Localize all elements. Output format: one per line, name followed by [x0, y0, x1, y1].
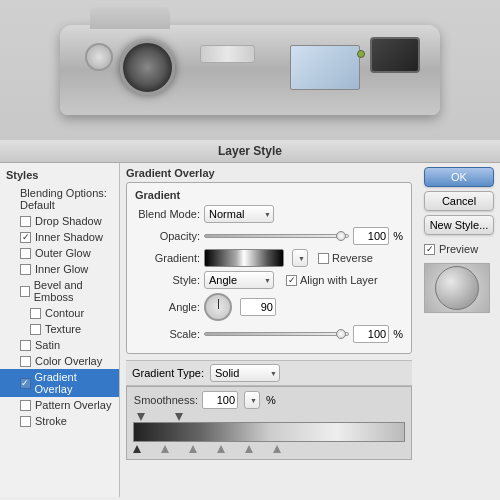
style-item-stroke[interactable]: Stroke: [0, 413, 119, 429]
cancel-button[interactable]: Cancel: [424, 191, 494, 211]
color-stop-6[interactable]: [273, 445, 281, 453]
right-buttons: OK Cancel New Style... Preview: [424, 167, 494, 313]
color-stop-3[interactable]: [189, 445, 197, 453]
blend-mode-select[interactable]: Normal: [204, 205, 274, 223]
preview-checkbox[interactable]: [424, 244, 435, 255]
gradient-subsection-title: Gradient: [135, 189, 403, 201]
blend-mode-label: Blend Mode:: [135, 208, 200, 220]
camera-body: [60, 25, 440, 115]
align-checkbox[interactable]: [286, 275, 297, 286]
gradient-editor: Smoothness: %: [126, 386, 412, 460]
new-style-button[interactable]: New Style...: [424, 215, 494, 235]
style-item-gradient-overlay[interactable]: ✓ Gradient Overlay: [0, 369, 119, 397]
gradient-dropdown[interactable]: [292, 249, 308, 267]
stroke-checkbox[interactable]: [20, 416, 31, 427]
style-select[interactable]: Angle Linear Radial Reflected Diamond: [204, 271, 274, 289]
style-item-label: Texture: [45, 323, 81, 335]
outer-glow-checkbox[interactable]: [20, 248, 31, 259]
pattern-overlay-checkbox[interactable]: [20, 400, 31, 411]
texture-checkbox[interactable]: [30, 324, 41, 335]
preview-box: [424, 263, 490, 313]
style-item-drop-shadow[interactable]: Drop Shadow: [0, 213, 119, 229]
camera-image-area: [0, 0, 500, 140]
reverse-label: Reverse: [332, 252, 373, 264]
blend-mode-select-wrapper[interactable]: Normal: [204, 205, 274, 223]
style-item-label: Pattern Overlay: [35, 399, 111, 411]
contour-checkbox[interactable]: [30, 308, 41, 319]
color-stop-4[interactable]: [217, 445, 225, 453]
style-row: Style: Angle Linear Radial Reflected Dia…: [135, 271, 403, 289]
opacity-input[interactable]: [353, 227, 389, 245]
style-item-label: Color Overlay: [35, 355, 102, 367]
style-select-wrapper[interactable]: Angle Linear Radial Reflected Diamond: [204, 271, 274, 289]
style-item-pattern-overlay[interactable]: Pattern Overlay: [0, 397, 119, 413]
smoothness-label: Smoothness:: [133, 394, 198, 406]
camera-dial: [85, 43, 113, 71]
gradient-select[interactable]: [292, 249, 308, 267]
color-stops-row: [133, 443, 405, 455]
gradient-type-select-wrapper[interactable]: Solid Noise: [210, 364, 280, 382]
preview-row: Preview: [424, 239, 494, 259]
style-item-inner-shadow[interactable]: ✓ Inner Shadow: [0, 229, 119, 245]
align-row: Align with Layer: [286, 274, 378, 286]
style-item-label: Inner Shadow: [35, 231, 103, 243]
section-title: Gradient Overlay: [126, 167, 412, 179]
layer-style-dialog: Layer Style Styles Blending Options: Def…: [0, 140, 500, 500]
opacity-stop-right[interactable]: [175, 413, 183, 421]
drop-shadow-checkbox[interactable]: [20, 216, 31, 227]
style-item-satin[interactable]: Satin: [0, 337, 119, 353]
camera-screen: [290, 45, 360, 90]
satin-checkbox[interactable]: [20, 340, 31, 351]
style-item-contour[interactable]: Contour: [0, 305, 119, 321]
style-item-color-overlay[interactable]: Color Overlay: [0, 353, 119, 369]
opacity-stop-left[interactable]: [137, 413, 145, 421]
gradient-bar-container: [133, 413, 405, 455]
scale-slider[interactable]: [204, 332, 349, 336]
align-label: Align with Layer: [300, 274, 378, 286]
bevel-checkbox[interactable]: [20, 286, 30, 297]
blend-mode-row: Blend Mode: Normal: [135, 205, 403, 223]
preview-label: Preview: [439, 243, 478, 255]
style-item-label: Contour: [45, 307, 84, 319]
color-stop-2[interactable]: [161, 445, 169, 453]
scale-input[interactable]: [353, 325, 389, 343]
style-item-texture[interactable]: Texture: [0, 321, 119, 337]
opacity-row: Opacity: %: [135, 227, 403, 245]
gradient-color-bar[interactable]: [133, 422, 405, 442]
style-item-bevel[interactable]: Bevel and Emboss: [0, 277, 119, 305]
camera-flash: [200, 45, 255, 63]
angle-dial[interactable]: [204, 293, 232, 321]
scale-unit: %: [393, 328, 403, 340]
smoothness-select[interactable]: [244, 391, 260, 409]
angle-dial-line: [218, 299, 219, 309]
reverse-row: Reverse: [318, 252, 373, 264]
reverse-checkbox[interactable]: [318, 253, 329, 264]
camera-indicator-light: [357, 50, 365, 58]
scale-label: Scale:: [135, 328, 200, 340]
gradient-type-row: Gradient Type: Solid Noise: [126, 360, 412, 386]
smoothness-dropdown[interactable]: [244, 391, 260, 409]
ok-button[interactable]: OK: [424, 167, 494, 187]
preview-disc: [435, 266, 479, 310]
style-item-inner-glow[interactable]: Inner Glow: [0, 261, 119, 277]
style-item-label: Outer Glow: [35, 247, 91, 259]
inner-shadow-checkbox[interactable]: ✓: [20, 232, 31, 243]
color-stop-5[interactable]: [245, 445, 253, 453]
ok-label: OK: [451, 171, 467, 183]
angle-input[interactable]: [240, 298, 276, 316]
smoothness-input[interactable]: [202, 391, 238, 409]
color-stop-1[interactable]: [133, 445, 141, 453]
style-item-blending[interactable]: Blending Options: Default: [0, 185, 119, 213]
opacity-slider[interactable]: [204, 234, 349, 238]
gradient-row: Gradient: Reverse: [135, 249, 403, 267]
color-overlay-checkbox[interactable]: [20, 356, 31, 367]
gradient-type-select[interactable]: Solid Noise: [210, 364, 280, 382]
scale-row: Scale: %: [135, 325, 403, 343]
dialog-body: Styles Blending Options: Default Drop Sh…: [0, 163, 500, 497]
smoothness-row: Smoothness: %: [133, 391, 405, 409]
inner-glow-checkbox[interactable]: [20, 264, 31, 275]
style-item-outer-glow[interactable]: Outer Glow: [0, 245, 119, 261]
opacity-label: Opacity:: [135, 230, 200, 242]
gradient-preview[interactable]: [204, 249, 284, 267]
gradient-overlay-checkbox[interactable]: ✓: [20, 378, 31, 389]
